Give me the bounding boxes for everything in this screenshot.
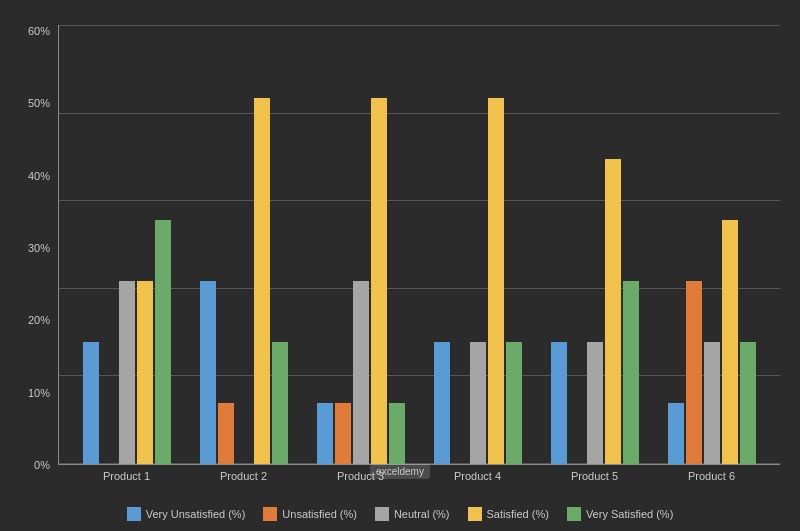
legend-color-box [263, 507, 277, 521]
legend-color-box [127, 507, 141, 521]
product-group [419, 25, 536, 464]
bar-veryUnsatisfied [551, 342, 567, 464]
product-group [186, 25, 303, 464]
legend-item: Unsatisfied (%) [263, 507, 357, 521]
bar-neutral [704, 342, 720, 464]
y-axis-label: 30% [28, 242, 50, 254]
bar-neutral [587, 342, 603, 464]
x-label: Product 6 [653, 465, 770, 501]
bar-veryUnsatisfied [434, 342, 450, 464]
bar-veryUnsatisfied [317, 403, 333, 464]
bar-verySatisfied [506, 342, 522, 464]
y-axis-label: 10% [28, 387, 50, 399]
bar-neutral [353, 281, 369, 464]
product-group [69, 25, 186, 464]
bar-verySatisfied [623, 281, 639, 464]
legend-color-box [375, 507, 389, 521]
legend-item: Very Unsatisfied (%) [127, 507, 246, 521]
bar-veryUnsatisfied [668, 403, 684, 464]
bar-verySatisfied [272, 342, 288, 464]
y-axis: 60%50%40%30%20%10%0% [20, 25, 58, 501]
bar-unsatisfied [335, 403, 351, 464]
bar-verySatisfied [740, 342, 756, 464]
x-label: Product 2 [185, 465, 302, 501]
y-axis-label: 50% [28, 97, 50, 109]
legend-label: Satisfied (%) [487, 508, 549, 520]
x-label: Product 3 [302, 465, 419, 501]
bar-satisfied [137, 281, 153, 464]
bar-satisfied [371, 98, 387, 464]
legend-label: Unsatisfied (%) [282, 508, 357, 520]
bar-verySatisfied [389, 403, 405, 464]
product-group [536, 25, 653, 464]
bar-veryUnsatisfied [200, 281, 216, 464]
y-axis-label: 60% [28, 25, 50, 37]
product-group [303, 25, 420, 464]
bar-satisfied [488, 98, 504, 464]
y-axis-label: 40% [28, 170, 50, 182]
legend-label: Neutral (%) [394, 508, 450, 520]
legend-color-box [468, 507, 482, 521]
x-label: Product 5 [536, 465, 653, 501]
x-label: Product 1 [68, 465, 185, 501]
plot-area: Product 1Product 2Product 3Product 4Prod… [58, 25, 780, 501]
bar-veryUnsatisfied [83, 342, 99, 464]
bar-neutral [119, 281, 135, 464]
bar-verySatisfied [155, 220, 171, 464]
bar-unsatisfied [218, 403, 234, 464]
legend-item: Satisfied (%) [468, 507, 549, 521]
product-group [653, 25, 770, 464]
bar-neutral [470, 342, 486, 464]
legend-item: Neutral (%) [375, 507, 450, 521]
bar-unsatisfied [686, 281, 702, 464]
legend-color-box [567, 507, 581, 521]
gridlines-and-bars [58, 25, 780, 465]
chart-area: 60%50%40%30%20%10%0% Product 1Product 2P… [20, 25, 780, 501]
x-labels: Product 1Product 2Product 3Product 4Prod… [58, 465, 780, 501]
x-label: Product 4 [419, 465, 536, 501]
bar-satisfied [722, 220, 738, 464]
legend-item: Very Satisfied (%) [567, 507, 673, 521]
legend-label: Very Satisfied (%) [586, 508, 673, 520]
bar-satisfied [254, 98, 270, 464]
bar-satisfied [605, 159, 621, 464]
y-axis-label: 0% [34, 459, 50, 471]
legend: Very Unsatisfied (%)Unsatisfied (%)Neutr… [127, 507, 674, 521]
legend-label: Very Unsatisfied (%) [146, 508, 246, 520]
y-axis-label: 20% [28, 314, 50, 326]
bars-row [59, 25, 780, 464]
chart-container: 60%50%40%30%20%10%0% Product 1Product 2P… [0, 0, 800, 531]
